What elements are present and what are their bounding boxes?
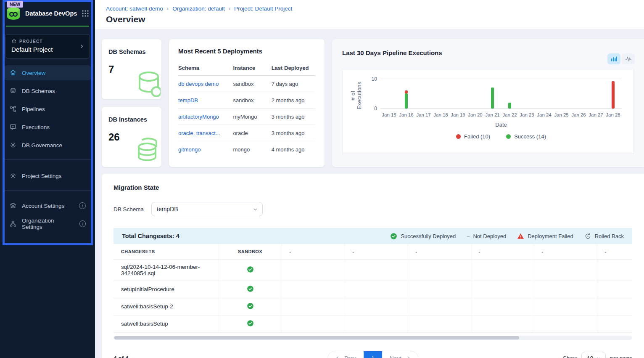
prev-page-button[interactable]: Prev bbox=[328, 351, 364, 358]
success-check-icon bbox=[247, 320, 254, 327]
database-illustration-icon bbox=[132, 69, 161, 98]
db-schema-select[interactable]: tempDB bbox=[151, 202, 263, 216]
schema-link[interactable]: gitmongo bbox=[178, 146, 201, 153]
breadcrumb-link-2[interactable]: Project: Default Project bbox=[234, 5, 292, 12]
x-tick-label: Jan 27 bbox=[589, 112, 603, 117]
sandbox-status-cell bbox=[219, 281, 282, 298]
sidebar: NEW Database DevOps bbox=[0, 0, 95, 358]
breadcrumb-link-1[interactable]: Organization: default bbox=[172, 5, 225, 12]
chart-type-toggle bbox=[607, 53, 635, 64]
chart-y-axis-label: # ofExecutions bbox=[350, 76, 363, 115]
project-name: Default Project bbox=[11, 46, 84, 53]
schema-link[interactable]: artifactoryMongo bbox=[178, 114, 219, 120]
empty-status-cell bbox=[597, 259, 632, 281]
sidebar-item-organization-settings[interactable]: Organization Settingsi bbox=[4, 216, 91, 231]
breadcrumb: Account: satwell-demo›Organization: defa… bbox=[106, 5, 644, 12]
project-selector[interactable]: PROJECT Default Project bbox=[5, 34, 90, 58]
bar-success-jan-21 bbox=[491, 88, 494, 109]
schema-link[interactable]: oracle_transact... bbox=[178, 130, 220, 136]
x-tick-label: Jan 25 bbox=[554, 112, 569, 117]
info-icon[interactable]: i bbox=[79, 220, 86, 227]
changeset-row: sql/2024-10-14-12-06-member-34240854.sql bbox=[113, 259, 632, 281]
sidebar-item-account-settings[interactable]: Account Settingsi bbox=[4, 198, 91, 213]
changeset-row: satwell:basisSetup-2 bbox=[113, 298, 632, 315]
chart-legend: Failed (10)Success (14) bbox=[380, 133, 622, 140]
sidebar-item-pipelines[interactable]: Pipelines bbox=[4, 101, 91, 117]
empty-status-cell bbox=[282, 298, 345, 315]
changeset-name-cell: satwell:basisSetup bbox=[113, 315, 219, 332]
sidebar-item-label: Executions bbox=[22, 124, 50, 130]
empty-status-cell bbox=[471, 298, 534, 315]
x-tick-label: Jan 22 bbox=[502, 112, 517, 117]
changesets-column-header: - bbox=[471, 244, 534, 259]
legend-dot-icon bbox=[506, 134, 511, 139]
empty-status-cell bbox=[282, 315, 345, 332]
sidebar-item-db-governance[interactable]: DB Governance bbox=[4, 138, 91, 153]
project-cube-icon bbox=[11, 39, 17, 44]
changesets-column-header: CHANGESETS bbox=[113, 244, 219, 259]
info-icon[interactable]: i bbox=[79, 202, 86, 209]
instance-cell: myMongo bbox=[233, 109, 271, 125]
overview-cards-row: DB Schemas 7 DB Instances 26 bbox=[95, 30, 644, 167]
db-schemas-card: DB Schemas 7 bbox=[102, 39, 161, 99]
line-chart-toggle-icon[interactable] bbox=[622, 53, 635, 64]
legend-item: Failed (10) bbox=[456, 133, 490, 140]
apps-grid-icon[interactable] bbox=[82, 10, 89, 17]
deployment-row: artifactoryMongo myMongo 3 months ago bbox=[178, 109, 315, 125]
breadcrumb-link-0[interactable]: Account: satwell-demo bbox=[106, 5, 163, 12]
status-legend-item: Deployment Failed bbox=[517, 233, 573, 240]
sandbox-status-cell bbox=[219, 259, 282, 281]
page-title: Overview bbox=[106, 14, 644, 24]
changeset-name-cell: sql/2024-10-14-12-06-member-34240854.sql bbox=[113, 259, 219, 281]
row-count: 4 of 4 bbox=[113, 355, 128, 358]
scrollbar-thumb[interactable] bbox=[114, 336, 519, 339]
schema-link[interactable]: tempDB bbox=[178, 97, 198, 103]
x-tick-label: Jan 23 bbox=[520, 112, 534, 117]
main-content: Account: satwell-demo›Organization: defa… bbox=[95, 0, 644, 358]
dash-status-icon: – bbox=[467, 233, 470, 239]
next-page-button[interactable]: Next bbox=[382, 351, 418, 358]
instance-cell: oracle bbox=[233, 125, 271, 141]
app-title: Database DevOps bbox=[25, 10, 82, 17]
sidebar-divider bbox=[4, 190, 91, 191]
pager: Prev 1 Next bbox=[327, 351, 418, 358]
db-schema-label: DB Schema bbox=[113, 206, 144, 212]
success-status-icon bbox=[390, 233, 397, 240]
deployment-row: tempDB sandbox 2 months ago bbox=[178, 92, 315, 109]
sidebar-item-executions[interactable]: Executions bbox=[4, 119, 91, 135]
show-label: Show bbox=[563, 355, 577, 358]
success-check-icon bbox=[247, 302, 254, 310]
bar-chart-toggle-icon[interactable] bbox=[607, 53, 620, 64]
stats-column: DB Schemas 7 DB Instances 26 bbox=[102, 39, 161, 167]
legend-dot-icon bbox=[456, 134, 461, 139]
x-tick-label: Jan 24 bbox=[537, 112, 552, 117]
horizontal-scrollbar[interactable] bbox=[113, 336, 632, 340]
page-size-select[interactable]: 10 bbox=[581, 352, 606, 358]
changesets-column-header: - bbox=[597, 244, 632, 259]
bar-success-jan-22 bbox=[508, 103, 511, 109]
arrow-right-icon bbox=[404, 356, 410, 358]
app-root: NEW Database DevOps bbox=[0, 0, 644, 358]
pagination: 4 of 4 Prev 1 Next Show 10 bbox=[113, 352, 632, 358]
stat-title: DB Instances bbox=[108, 116, 155, 123]
schema-selector-row: DB Schema tempDB bbox=[113, 202, 632, 216]
x-tick-label: Jan 15 bbox=[382, 112, 396, 117]
sidebar-item-project-settings[interactable]: Project Settings bbox=[4, 168, 91, 183]
x-tick-label: Jan 16 bbox=[399, 112, 414, 117]
empty-status-cell bbox=[408, 315, 471, 332]
page-1-button[interactable]: 1 bbox=[364, 351, 382, 358]
new-badge: NEW bbox=[7, 1, 23, 8]
db-schema-select-value: tempDB bbox=[157, 206, 178, 212]
topbar: Account: satwell-demo›Organization: defa… bbox=[95, 0, 644, 30]
sidebar-item-db-schemas[interactable]: DB Schemas bbox=[4, 83, 91, 98]
home-icon bbox=[9, 69, 17, 77]
empty-status-cell bbox=[597, 298, 632, 315]
sandbox-status-cell bbox=[219, 298, 282, 315]
success-check-icon bbox=[247, 266, 254, 273]
per-page-label: per page bbox=[610, 355, 632, 358]
sidebar-item-overview[interactable]: Overview bbox=[4, 65, 91, 80]
changesets-table: CHANGESETSSANDBOX------ sql/2024-10-14-1… bbox=[113, 244, 632, 333]
database-stack-illustration-icon bbox=[131, 134, 161, 166]
schema-link[interactable]: db devops demo bbox=[178, 81, 219, 87]
chevron-down-icon bbox=[253, 207, 258, 212]
